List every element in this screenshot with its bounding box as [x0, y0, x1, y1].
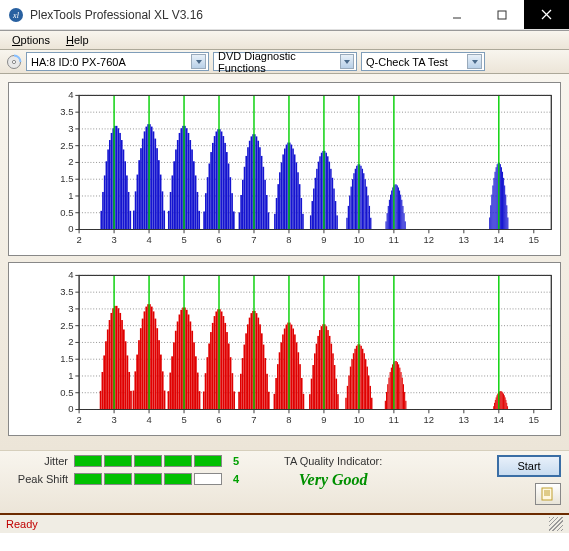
svg-rect-211 [389, 200, 390, 230]
svg-rect-221 [400, 195, 401, 230]
svg-rect-213 [391, 191, 392, 230]
svg-rect-223 [402, 206, 403, 230]
svg-text:5: 5 [181, 234, 186, 245]
info-button[interactable] [535, 483, 561, 505]
meter-segment [134, 473, 162, 485]
svg-rect-214 [392, 187, 393, 229]
svg-rect-490 [507, 406, 508, 409]
svg-rect-333 [140, 328, 142, 409]
jitter-bar [74, 455, 222, 467]
svg-rect-212 [390, 195, 391, 230]
svg-rect-173 [312, 201, 313, 229]
svg-rect-80 [128, 192, 130, 230]
svg-rect-405 [280, 342, 282, 409]
svg-rect-349 [171, 356, 173, 409]
drive-combo-label: HA:8 ID:0 PX-760A [31, 56, 126, 68]
quality-label: TA Quality Indicator: [284, 455, 382, 467]
status-text: Ready [6, 518, 38, 530]
svg-rect-179 [321, 153, 322, 230]
svg-rect-443 [354, 349, 355, 410]
svg-rect-384 [240, 374, 242, 410]
peakshift-bar [74, 473, 222, 485]
svg-text:12: 12 [424, 414, 435, 425]
svg-rect-412 [292, 329, 294, 410]
svg-rect-433 [332, 353, 334, 409]
svg-text:14: 14 [494, 414, 505, 425]
svg-rect-96 [158, 160, 160, 229]
svg-rect-177 [318, 162, 319, 230]
svg-rect-132 [228, 163, 230, 229]
svg-rect-317 [110, 313, 112, 410]
minimize-button[interactable] [434, 0, 479, 29]
svg-text:3: 3 [111, 234, 116, 245]
menu-help[interactable]: Help [60, 32, 95, 48]
svg-rect-358 [188, 315, 190, 410]
svg-rect-487 [505, 397, 506, 409]
svg-rect-104 [175, 149, 177, 229]
svg-rect-111 [188, 133, 190, 230]
svg-rect-86 [140, 148, 142, 229]
svg-rect-114 [193, 161, 195, 229]
svg-rect-79 [126, 175, 128, 229]
svg-rect-357 [186, 310, 188, 410]
svg-rect-331 [136, 355, 138, 410]
svg-rect-352 [177, 321, 179, 409]
start-button-label: Start [517, 460, 540, 472]
svg-text:14: 14 [494, 234, 505, 245]
drive-selector: HA:8 ID:0 PX-760A [6, 52, 209, 71]
svg-rect-404 [279, 352, 281, 409]
svg-rect-130 [224, 143, 226, 230]
svg-rect-316 [109, 320, 111, 409]
svg-rect-329 [133, 391, 135, 410]
svg-rect-314 [105, 341, 107, 409]
svg-rect-66 [104, 175, 106, 229]
svg-rect-336 [145, 307, 147, 410]
svg-rect-436 [337, 394, 339, 409]
svg-rect-320 [116, 306, 118, 410]
svg-text:13: 13 [459, 414, 470, 425]
svg-rect-197 [356, 166, 357, 230]
svg-rect-413 [294, 334, 296, 409]
svg-rect-402 [275, 378, 277, 409]
svg-rect-455 [385, 401, 386, 410]
svg-text:1: 1 [68, 370, 73, 381]
svg-rect-411 [291, 325, 293, 410]
drive-combo[interactable]: HA:8 ID:0 PX-760A [26, 52, 209, 71]
close-button[interactable] [524, 0, 569, 29]
svg-rect-414 [296, 342, 298, 409]
peakshift-value: 4 [228, 473, 244, 485]
svg-rect-112 [189, 140, 191, 229]
svg-text:1: 1 [68, 190, 73, 201]
function-combo[interactable]: DVD Diagnostic Functions [213, 52, 357, 71]
test-combo[interactable]: Q-Check TA Test [361, 52, 485, 71]
svg-rect-321 [118, 308, 120, 409]
svg-rect-389 [249, 318, 251, 410]
svg-rect-334 [142, 319, 144, 410]
svg-rect-346 [164, 391, 166, 410]
svg-rect-379 [228, 343, 230, 409]
svg-rect-195 [353, 173, 354, 229]
maximize-button[interactable] [479, 0, 524, 29]
resize-grip[interactable] [549, 517, 563, 531]
svg-rect-94 [154, 139, 156, 230]
page-icon [540, 487, 556, 501]
svg-rect-84 [137, 175, 139, 230]
svg-text:12: 12 [424, 234, 435, 245]
svg-rect-240 [504, 185, 505, 229]
start-button[interactable]: Start [497, 455, 561, 477]
svg-rect-465 [397, 362, 398, 409]
svg-rect-341 [155, 319, 157, 410]
svg-rect-401 [274, 394, 276, 410]
menu-options[interactable]: Options [6, 32, 56, 48]
svg-rect-233 [497, 164, 498, 229]
svg-rect-327 [128, 372, 130, 410]
svg-text:7: 7 [251, 414, 256, 425]
svg-rect-170 [301, 198, 303, 229]
svg-rect-3 [498, 11, 506, 19]
svg-text:6: 6 [216, 234, 221, 245]
actions: Start [497, 455, 561, 505]
svg-rect-121 [209, 163, 211, 229]
quality-value: Very Good [284, 471, 382, 489]
svg-rect-442 [353, 353, 354, 409]
svg-rect-418 [303, 394, 305, 410]
